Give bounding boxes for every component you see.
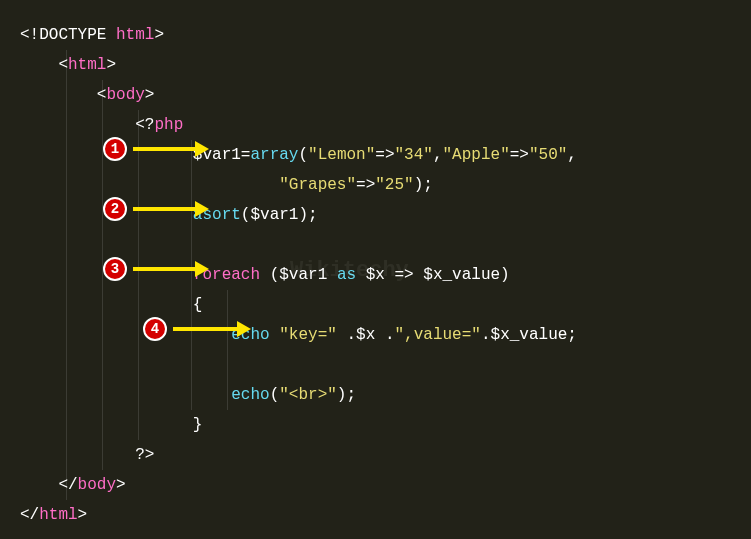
code-line-10: {: [20, 290, 731, 320]
code-line-1: <!DOCTYPE html>: [20, 20, 731, 50]
code-line-16: </body>: [20, 470, 731, 500]
code-line-4: <?php: [20, 110, 731, 140]
code-line-3: <body>: [20, 80, 731, 110]
callout-3: 3: [103, 257, 209, 281]
code-line-14: }: [20, 410, 731, 440]
arrow-icon: [173, 321, 251, 337]
callout-4: 4: [143, 317, 251, 341]
code-line-6: "Grapes"=>"25");: [20, 170, 731, 200]
code-line-15: ?>: [20, 440, 731, 470]
code-line-12: [20, 350, 731, 380]
callout-1: 1: [103, 137, 209, 161]
callout-badge: 1: [103, 137, 127, 161]
arrow-icon: [133, 261, 209, 277]
callout-2: 2: [103, 197, 209, 221]
callout-badge: 4: [143, 317, 167, 341]
arrow-icon: [133, 201, 209, 217]
code-line-2: <html>: [20, 50, 731, 80]
code-line-11: echo "key=" .$x .",value=".$x_value;: [20, 320, 731, 350]
code-line-8: [20, 230, 731, 260]
callout-badge: 2: [103, 197, 127, 221]
callout-badge: 3: [103, 257, 127, 281]
code-line-17: </html>: [20, 500, 731, 530]
code-line-13: echo("<br>");: [20, 380, 731, 410]
arrow-icon: [133, 141, 209, 157]
